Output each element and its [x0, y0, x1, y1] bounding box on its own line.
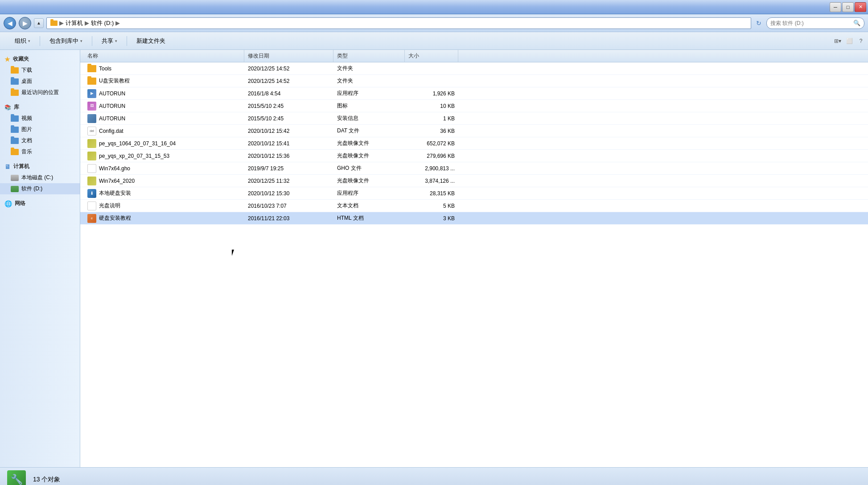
toolbar-divider-3 — [127, 36, 127, 46]
path-computer[interactable]: 计算机 — [66, 19, 83, 27]
picture-label: 图片 — [21, 126, 32, 133]
up-button[interactable]: ▲ — [34, 18, 44, 28]
localinstall-icon: ⬇ — [87, 189, 96, 198]
file-name: 本地硬盘安装 — [99, 189, 131, 197]
table-row[interactable]: 光盘说明 2016/10/23 7:07 文本文档 5 KB — [80, 200, 868, 212]
file-name-cell: dat Config.dat — [84, 125, 244, 137]
file-type-cell: 应用程序 — [333, 87, 405, 99]
help-button[interactable]: ? — [856, 36, 866, 46]
gho-icon — [87, 164, 96, 173]
header-name[interactable]: 名称 — [84, 50, 244, 62]
folder-icon — [87, 78, 96, 85]
file-size-cell: 28,315 KB — [405, 187, 458, 199]
file-extra-cell — [458, 187, 864, 199]
search-input[interactable] — [770, 20, 852, 26]
file-rows-container: Tools 2020/12/25 14:52 文件夹 U盘安装教程 2020/1… — [80, 62, 868, 225]
toolbar-divider-2 — [92, 36, 92, 46]
header-size[interactable]: 大小 — [405, 50, 458, 62]
network-section: 🌐 网络 — [0, 198, 80, 209]
sidebar-item-music[interactable]: 音乐 — [0, 146, 80, 157]
sidebar-item-drive-c[interactable]: 本地磁盘 (C:) — [0, 172, 80, 183]
back-button[interactable]: ◀ — [4, 17, 16, 29]
refresh-button[interactable]: ↻ — [754, 18, 764, 28]
forward-button[interactable]: ▶ — [19, 17, 31, 29]
table-row[interactable]: Tools 2020/12/25 14:52 文件夹 — [80, 62, 868, 75]
library-dropdown-arrow: ▾ — [80, 39, 82, 43]
table-row[interactable]: 🖼 AUTORUN 2015/5/10 2:45 图标 10 KB — [80, 100, 868, 112]
file-name-cell: ▶ AUTORUN — [84, 87, 244, 99]
table-row[interactable]: U盘安装教程 2020/12/25 14:52 文件夹 — [80, 75, 868, 87]
header-modified-label: 修改日期 — [248, 52, 269, 60]
file-modified-cell: 2020/10/12 15:41 — [244, 137, 333, 149]
sidebar-item-document[interactable]: 文档 — [0, 135, 80, 146]
organize-button[interactable]: 组织 ▾ — [9, 34, 36, 48]
table-row[interactable]: Win7x64_2020 2020/12/25 11:32 光盘映像文件 3,8… — [80, 175, 868, 187]
sidebar-item-video[interactable]: 视频 — [0, 113, 80, 124]
favorites-header[interactable]: ★ 收藏夹 — [0, 53, 80, 65]
address-path[interactable]: ▶ 计算机 ▶ 软件 (D:) ▶ — [46, 17, 751, 29]
search-box[interactable]: 🔍 — [766, 17, 864, 29]
preview-button[interactable]: ⬜ — [844, 36, 855, 46]
view-toggle-button[interactable]: ⊞▾ — [832, 36, 843, 46]
filelist-header: 名称 修改日期 类型 大小 — [80, 50, 868, 62]
file-name-cell: pe_yqs_1064_20_07_31_16_04 — [84, 137, 244, 149]
document-label: 文档 — [21, 137, 32, 144]
file-name-cell: e 硬盘安装教程 — [84, 212, 244, 224]
computer-icon: 🖥 — [4, 163, 11, 170]
table-row[interactable]: Win7x64.gho 2019/9/7 19:25 GHO 文件 2,900,… — [80, 162, 868, 175]
header-type[interactable]: 类型 — [333, 50, 405, 62]
file-type-cell: 应用程序 — [333, 187, 405, 199]
file-size-cell: 3 KB — [405, 212, 458, 224]
computer-header[interactable]: 🖥 计算机 — [0, 161, 80, 172]
file-name: Win7x64_2020 — [99, 178, 135, 184]
library-icon: 📚 — [4, 104, 11, 111]
sidebar-item-recent[interactable]: 最近访问的位置 — [0, 87, 80, 98]
file-name: AUTORUN — [99, 115, 125, 122]
file-type-cell: 光盘映像文件 — [333, 175, 405, 187]
new-folder-label: 新建文件夹 — [136, 37, 165, 45]
sidebar-item-drive-d[interactable]: 软件 (D:) — [0, 183, 80, 194]
library-header[interactable]: 📚 库 — [0, 102, 80, 113]
table-row[interactable]: pe_yqs_xp_20_07_31_15_53 2020/10/12 15:3… — [80, 150, 868, 162]
file-type-cell: HTML 文档 — [333, 212, 405, 224]
file-extra-cell — [458, 200, 864, 212]
file-name-cell: AUTORUN — [84, 112, 244, 124]
file-extra-cell — [458, 175, 864, 187]
toolbar-row: 组织 ▾ 包含到库中 ▾ 共享 ▾ 新建文件夹 ⊞▾ ⬜ ? — [0, 32, 868, 50]
file-modified-cell: 2015/5/10 2:45 — [244, 112, 333, 124]
table-row[interactable]: pe_yqs_1064_20_07_31_16_04 2020/10/12 15… — [80, 137, 868, 150]
addressbar: ◀ ▶ ▲ ▶ 计算机 ▶ 软件 (D:) ▶ ↻ 🔍 — [0, 14, 868, 32]
file-name-cell: 光盘说明 — [84, 200, 244, 212]
desktop-label: 桌面 — [21, 78, 32, 85]
file-size-cell: 3,874,126 ... — [405, 175, 458, 187]
file-size-cell: 652,072 KB — [405, 137, 458, 149]
minimize-button[interactable]: ─ — [830, 2, 841, 12]
maximize-button[interactable]: □ — [842, 2, 854, 12]
file-name: Config.dat — [99, 128, 123, 134]
sidebar-item-picture[interactable]: 图片 — [0, 124, 80, 135]
file-type-cell: 文本文档 — [333, 200, 405, 212]
share-dropdown-arrow: ▾ — [115, 39, 117, 43]
table-row[interactable]: ⬇ 本地硬盘安装 2020/10/12 15:30 应用程序 28,315 KB — [80, 187, 868, 200]
path-drive[interactable]: 软件 (D:) — [91, 19, 114, 27]
new-folder-button[interactable]: 新建文件夹 — [131, 34, 171, 48]
folder-document-icon — [11, 138, 19, 144]
file-name-cell: 🖼 AUTORUN — [84, 100, 244, 112]
close-button[interactable]: ✕ — [855, 2, 866, 12]
add-to-library-button[interactable]: 包含到库中 ▾ — [44, 34, 88, 48]
file-size-cell: 2,900,813 ... — [405, 162, 458, 174]
music-label: 音乐 — [21, 148, 32, 156]
add-to-library-label: 包含到库中 — [49, 37, 78, 45]
sidebar-item-desktop[interactable]: 桌面 — [0, 76, 80, 87]
folder-download-icon — [11, 67, 19, 74]
share-button[interactable]: 共享 ▾ — [96, 34, 123, 48]
header-modified[interactable]: 修改日期 — [244, 50, 333, 62]
sidebar-item-download[interactable]: 下载 — [0, 65, 80, 76]
table-row[interactable]: ▶ AUTORUN 2016/1/8 4:54 应用程序 1,926 KB — [80, 87, 868, 100]
table-row[interactable]: dat Config.dat 2020/10/12 15:42 DAT 文件 3… — [80, 125, 868, 137]
toolbar: 组织 ▾ 包含到库中 ▾ 共享 ▾ 新建文件夹 — [4, 32, 832, 49]
table-row[interactable]: e 硬盘安装教程 2016/11/21 22:03 HTML 文档 3 KB — [80, 212, 868, 225]
network-header[interactable]: 🌐 网络 — [0, 198, 80, 209]
table-row[interactable]: AUTORUN 2015/5/10 2:45 安装信息 1 KB — [80, 112, 868, 125]
file-type-cell: 安装信息 — [333, 112, 405, 124]
